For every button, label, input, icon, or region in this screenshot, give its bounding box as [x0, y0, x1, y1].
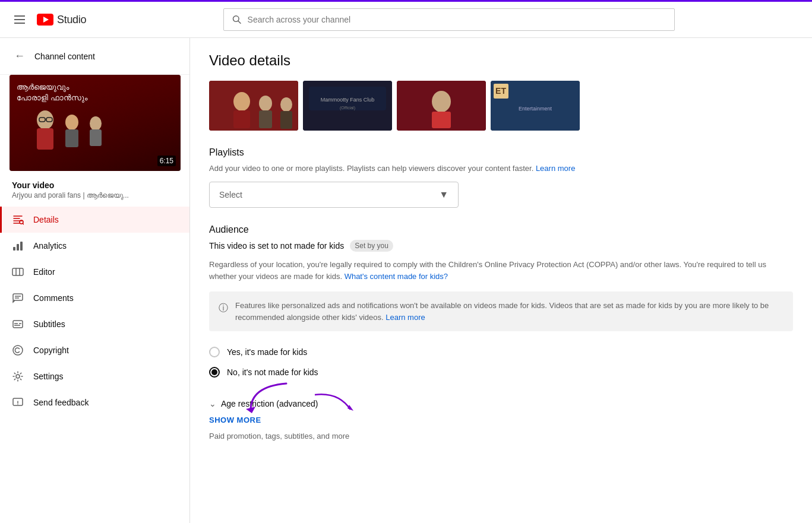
comments-icon: [12, 292, 24, 304]
subtitles-icon: [12, 318, 24, 330]
audience-status-row: This video is set to not made for kids S…: [209, 240, 793, 252]
search-bar[interactable]: [223, 8, 675, 31]
video-thumbnail: ആർജെയുവും പോരാളി ഫാൻസും: [10, 75, 181, 171]
purple-arrow-annotation: [309, 392, 356, 416]
search-input[interactable]: [248, 15, 666, 24]
svg-text:Mammootty Fans Club: Mammootty Fans Club: [321, 97, 375, 103]
thumbnail-title: ആർജെയുവും പോരാളി ഫാൻസും: [17, 82, 87, 103]
what-content-link[interactable]: What's content made for kids?: [345, 272, 448, 281]
your-video-label: Your video: [0, 176, 189, 191]
audience-status-text: This video is set to not made for kids: [209, 241, 344, 251]
show-more-desc: Paid promotion, tags, subtitles, and mor…: [209, 432, 793, 440]
radio-dot: [211, 369, 217, 375]
playlist-select-value: Select: [219, 190, 242, 199]
back-button[interactable]: ←: [12, 47, 27, 65]
thumb-2: Mammootty Fans Club (Official): [303, 81, 392, 131]
svg-line-15: [23, 224, 24, 225]
sidebar-item-comments-label: Comments: [33, 293, 74, 303]
show-more-arrow: [239, 381, 298, 416]
playlists-title: Playlists: [209, 147, 793, 158]
svg-rect-17: [17, 244, 19, 251]
thumb-3: [397, 81, 486, 131]
sidebar-item-copyright-label: Copyright: [33, 346, 69, 355]
svg-point-29: [13, 346, 23, 355]
info-box: ⓘ Features like personalized ads and not…: [209, 291, 793, 331]
sidebar-item-settings[interactable]: Settings: [0, 363, 189, 389]
menu-button[interactable]: [10, 11, 30, 28]
audience-title: Audience: [209, 224, 793, 235]
copyright-icon: [12, 344, 24, 356]
playlists-section: Playlists Add your video to one or more …: [209, 147, 793, 208]
info-icon: ⓘ: [219, 301, 228, 323]
svg-rect-6: [37, 128, 53, 150]
sidebar-item-feedback[interactable]: Send feedback: [0, 389, 189, 416]
svg-rect-22: [13, 294, 23, 300]
main-content: Video details Mammootty Fans Clu: [190, 38, 812, 523]
settings-icon: [12, 370, 24, 382]
sidebar-item-details[interactable]: Details: [0, 207, 189, 233]
sidebar-item-copyright[interactable]: Copyright: [0, 337, 189, 363]
sidebar-item-comments[interactable]: Comments: [0, 285, 189, 311]
svg-rect-18: [20, 242, 23, 251]
svg-rect-16: [13, 247, 15, 251]
main-layout: ← Channel content ആർജെയുവും പോരാളി ഫാൻസു…: [0, 38, 812, 523]
sidebar-item-subtitles[interactable]: Subtitles: [0, 311, 189, 337]
thumbnail-silhouette: [15, 108, 134, 161]
editor-icon: [12, 266, 24, 278]
sidebar-item-settings-label: Settings: [33, 372, 64, 381]
logo[interactable]: Studio: [37, 14, 86, 26]
studio-label: Studio: [57, 14, 86, 26]
svg-point-37: [259, 96, 272, 111]
details-icon: [12, 214, 24, 226]
playlists-desc: Add your video to one or more playlists.…: [209, 163, 793, 175]
sidebar-item-analytics[interactable]: Analytics: [0, 233, 189, 259]
svg-rect-19: [12, 268, 23, 275]
thumbnail-strip: Mammootty Fans Club (Official) ET Entert…: [209, 81, 793, 131]
svg-rect-38: [259, 110, 272, 128]
svg-rect-13: [90, 129, 102, 146]
svg-text:Entertainment: Entertainment: [519, 106, 552, 112]
channel-content-title: Channel content: [34, 52, 95, 61]
sidebar-item-editor[interactable]: Editor: [0, 259, 189, 285]
svg-point-35: [233, 92, 250, 111]
search-icon: [232, 15, 241, 24]
show-more-button[interactable]: SHOW MORE: [209, 416, 261, 424]
playlist-select[interactable]: Select ▼: [209, 182, 459, 208]
thumb-1: [209, 81, 298, 131]
sidebar-item-feedback-label: Send feedback: [33, 398, 89, 407]
show-more-section: SHOW MORE Paid promotion, tags, subtitle…: [209, 413, 793, 440]
playlists-select-wrap: Select ▼: [209, 182, 459, 208]
info-learn-more-link[interactable]: Learn more: [386, 313, 425, 322]
age-chevron-icon: ⌄: [209, 399, 216, 408]
channel-header: ← Channel content: [0, 38, 189, 75]
radio-no-option[interactable]: No, it's not made for kids: [209, 362, 793, 382]
youtube-icon: [37, 14, 53, 26]
search-area: [223, 8, 675, 31]
svg-line-3: [238, 21, 241, 23]
svg-point-12: [90, 116, 102, 131]
svg-rect-40: [280, 111, 292, 129]
svg-rect-25: [13, 321, 23, 328]
video-duration: 6:15: [157, 156, 176, 166]
sidebar-nav: Details Analytics: [0, 207, 189, 416]
radio-yes-option[interactable]: Yes, it's made for kids: [209, 342, 793, 362]
audience-section: Audience This video is set to not made f…: [209, 224, 793, 383]
info-box-text: Features like personalized ads and notif…: [235, 300, 783, 323]
page-title: Video details: [209, 52, 793, 69]
radio-no-circle: [209, 367, 220, 378]
svg-text:ET: ET: [495, 86, 506, 96]
sidebar: ← Channel content ആർജെയുവും പോരാളി ഫാൻസു…: [0, 38, 190, 523]
sidebar-item-details-label: Details: [33, 215, 59, 224]
svg-point-33: [17, 404, 18, 405]
svg-point-46: [432, 91, 451, 112]
sidebar-item-editor-label: Editor: [33, 267, 55, 277]
svg-point-10: [65, 115, 78, 130]
sidebar-item-analytics-label: Analytics: [33, 241, 67, 251]
your-video-subtitle: Arjyou and porali fans | ആർജെയു...: [0, 191, 189, 207]
svg-point-39: [280, 97, 292, 112]
topbar: Studio: [0, 0, 812, 38]
radio-yes-circle: [209, 347, 220, 357]
chevron-down-icon: ▼: [439, 189, 448, 200]
svg-rect-11: [65, 129, 78, 147]
playlists-learn-more-link[interactable]: Learn more: [536, 164, 575, 173]
